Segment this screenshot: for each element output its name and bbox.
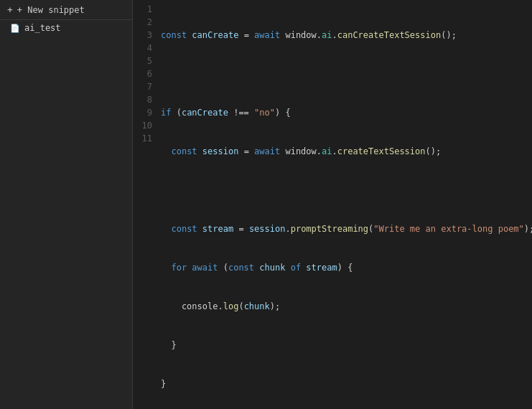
code-line-2 <box>158 67 532 80</box>
line-numbers: 1 2 3 4 5 6 7 8 9 10 11 <box>133 0 158 409</box>
code-line-4: const session = await window.ai.createTe… <box>158 145 532 158</box>
code-line-5 <box>158 184 532 197</box>
new-snippet-button[interactable]: + + New snippet <box>0 0 132 20</box>
file-icon: 📄 <box>10 24 20 33</box>
code-line-9: } <box>158 339 532 352</box>
code-line-8: console.log(chunk); <box>158 300 532 313</box>
code-line-6: const stream = session.promptStreaming("… <box>158 222 532 235</box>
code-line-1: const canCreate = await window.ai.canCre… <box>158 29 532 42</box>
code-editor: 1 2 3 4 5 6 7 8 9 10 11 const canCreate … <box>133 0 532 409</box>
plus-icon: + <box>7 4 13 15</box>
sidebar-item-label: ai_test <box>24 23 61 33</box>
code-line-7: for await (const chunk of stream) { <box>158 261 532 274</box>
sidebar-item-ai-test[interactable]: 📄 ai_test <box>0 20 132 36</box>
new-snippet-label: + New snippet <box>17 5 85 15</box>
code-content: 1 2 3 4 5 6 7 8 9 10 11 const canCreate … <box>133 0 532 409</box>
code-lines: const canCreate = await window.ai.canCre… <box>158 0 532 409</box>
code-line-3: if (canCreate !== "no") { <box>158 106 532 119</box>
code-line-10: } <box>158 377 532 390</box>
sidebar: + + New snippet 📄 ai_test <box>0 0 133 409</box>
editor-panel: + + New snippet 📄 ai_test 1 2 3 4 5 6 7 … <box>0 0 532 409</box>
